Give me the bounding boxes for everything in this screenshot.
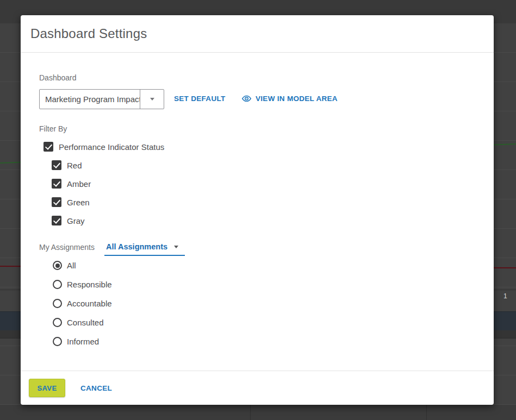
eye-icon (241, 93, 252, 104)
set-default-button[interactable]: SET DEFAULT (174, 95, 226, 103)
set-default-label: SET DEFAULT (174, 95, 226, 103)
radio-selected-icon (53, 261, 62, 270)
chevron-down-icon (174, 246, 178, 248)
checkbox-red[interactable]: Red (52, 160, 82, 170)
save-button[interactable]: SAVE (29, 379, 65, 397)
checkbox-label: Performance Indicator Status (59, 142, 164, 152)
checkbox-label: Red (67, 161, 82, 170)
radio-accountable[interactable]: Accountable (53, 299, 112, 308)
radio-unselected-icon (53, 337, 62, 346)
background-partial-number: 1 (503, 292, 507, 300)
radio-unselected-icon (53, 318, 62, 327)
background-column-divider (250, 405, 251, 420)
background-column-divider (426, 405, 427, 420)
radio-unselected-icon (53, 280, 62, 289)
filter-by-label: Filter By (39, 124, 67, 133)
dashboard-label: Dashboard (39, 73, 77, 82)
checkbox-checked-icon (52, 197, 61, 207)
checkbox-green[interactable]: Green (52, 197, 90, 207)
checkbox-amber[interactable]: Amber (52, 179, 91, 189)
my-assignments-dropdown-underline (104, 255, 185, 256)
dashboard-select-arrow-button[interactable] (140, 90, 164, 109)
radio-all[interactable]: All (53, 261, 76, 270)
dialog-title: Dashboard Settings (30, 26, 147, 41)
radio-label: Informed (67, 337, 99, 346)
dashboard-settings-dialog: Dashboard Settings Dashboard Marketing P… (21, 15, 494, 405)
dashboard-select[interactable]: Marketing Program Impact (39, 89, 164, 109)
dialog-footer: SAVE CANCEL (21, 371, 494, 405)
my-assignments-label: My Assignments (39, 243, 95, 252)
radio-label: All (67, 261, 76, 270)
checkbox-checked-icon (52, 216, 61, 225)
checkbox-label: Amber (67, 179, 91, 189)
radio-informed[interactable]: Informed (53, 337, 99, 346)
checkbox-label: Green (67, 198, 90, 207)
my-assignments-dropdown-value: All Assignments (106, 242, 167, 251)
radio-label: Responsible (67, 280, 112, 289)
radio-unselected-icon (53, 299, 62, 308)
checkbox-gray[interactable]: Gray (52, 216, 85, 225)
view-in-model-area-label: VIEW IN MODEL AREA (256, 95, 338, 103)
background-bottom-strip (0, 405, 516, 420)
radio-responsible[interactable]: Responsible (53, 280, 112, 289)
radio-label: Accountable (67, 299, 112, 308)
checkbox-checked-icon (43, 142, 53, 152)
checkbox-label: Gray (67, 216, 85, 225)
radio-label: Consulted (67, 318, 104, 327)
my-assignments-dropdown[interactable]: All Assignments (106, 242, 178, 251)
checkbox-performance-indicator-status[interactable]: Performance Indicator Status (43, 142, 164, 152)
checkbox-checked-icon (52, 179, 61, 189)
dialog-header: Dashboard Settings (21, 15, 494, 53)
dashboard-select-value: Marketing Program Impact (40, 90, 140, 109)
cancel-button[interactable]: CANCEL (80, 384, 112, 392)
radio-consulted[interactable]: Consulted (53, 318, 104, 327)
chevron-down-icon (150, 98, 154, 101)
checkbox-checked-icon (52, 160, 61, 170)
view-in-model-area-button[interactable]: VIEW IN MODEL AREA (241, 93, 338, 104)
